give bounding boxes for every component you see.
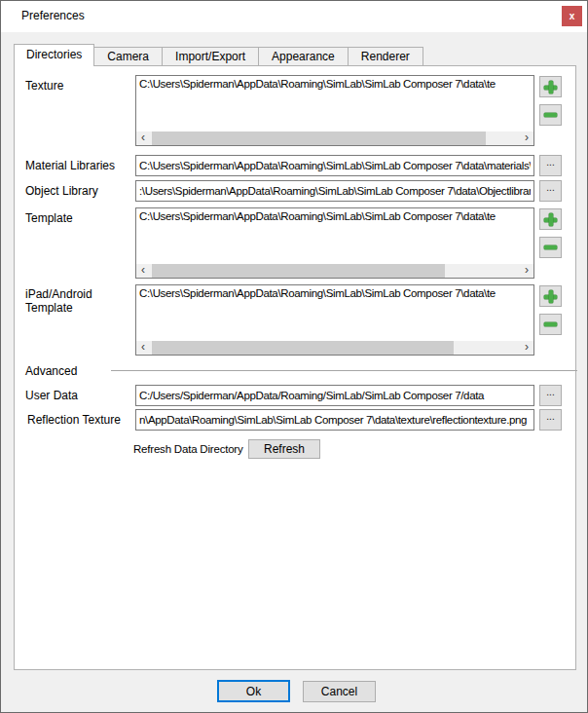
material-libraries-browse-button[interactable]: ...	[539, 155, 562, 176]
scrollbar-thumb[interactable]	[152, 264, 445, 278]
ipad-template-add-button[interactable]	[539, 285, 562, 307]
scroll-left-icon[interactable]: ‹	[136, 131, 150, 145]
window-title: Preferences	[21, 9, 85, 22]
object-library-browse-button[interactable]: ...	[539, 180, 562, 202]
scrollbar-thumb[interactable]	[152, 341, 454, 355]
ipad-android-template-label: iPad/Android Template	[25, 287, 105, 315]
scroll-left-icon[interactable]: ‹	[136, 341, 150, 355]
tab-bar: Directories Camera Import/Export Appeara…	[14, 44, 423, 66]
material-libraries-label: Material Libraries	[25, 159, 115, 172]
close-icon: x	[570, 11, 575, 21]
texture-label: Texture	[25, 79, 63, 93]
texture-horizontal-scrollbar[interactable]: ‹ ›	[136, 131, 533, 145]
texture-directory-list[interactable]: C:\Users\Spiderman\AppData\Roaming\SimLa…	[135, 75, 534, 146]
minus-icon	[544, 322, 557, 326]
tab-camera[interactable]: Camera	[93, 47, 163, 66]
tab-renderer[interactable]: Renderer	[348, 47, 423, 66]
tab-import-export[interactable]: Import/Export	[162, 47, 259, 66]
title-bar[interactable]: Preferences x	[1, 1, 587, 32]
cancel-button[interactable]: Cancel	[303, 681, 376, 702]
texture-path-item[interactable]: C:\Users\Spiderman\AppData\Roaming\SimLa…	[136, 76, 533, 90]
template-add-button[interactable]	[539, 208, 562, 230]
ok-button[interactable]: Ok	[217, 680, 290, 702]
directories-panel: Texture C:\Users\Spiderman\AppData\Roami…	[14, 65, 576, 670]
tab-appearance[interactable]: Appearance	[258, 47, 349, 66]
ipad-template-path-item[interactable]: C:\Users\Spiderman\AppData\Roaming\SimLa…	[136, 285, 533, 299]
refresh-button[interactable]: Refresh	[248, 439, 320, 459]
minus-icon	[544, 245, 557, 249]
plus-icon	[544, 290, 557, 303]
template-remove-button[interactable]	[539, 237, 562, 258]
scroll-left-icon[interactable]: ‹	[136, 264, 150, 278]
scroll-right-icon[interactable]: ›	[520, 264, 533, 278]
scrollbar-thumb[interactable]	[152, 131, 486, 145]
material-libraries-input[interactable]	[135, 155, 534, 176]
reflection-texture-browse-button[interactable]: ...	[539, 409, 562, 431]
tab-directories[interactable]: Directories	[14, 44, 94, 66]
reflection-texture-label: Reflection Texture	[27, 413, 121, 427]
ipad-template-remove-button[interactable]	[539, 314, 562, 335]
template-horizontal-scrollbar[interactable]: ‹ ›	[136, 264, 533, 278]
preferences-dialog: Preferences x Directories Camera Import/…	[0, 0, 588, 713]
object-library-label: Object Library	[25, 184, 98, 198]
texture-add-button[interactable]	[539, 76, 562, 97]
template-label: Template	[25, 211, 73, 225]
ipad-template-horizontal-scrollbar[interactable]: ‹ ›	[136, 341, 533, 355]
minus-icon	[544, 113, 557, 117]
reflection-texture-input[interactable]	[135, 409, 534, 431]
advanced-section-label: Advanced	[25, 364, 77, 378]
template-path-item[interactable]: C:\Users\Spiderman\AppData\Roaming\SimLa…	[136, 208, 533, 222]
user-data-browse-button[interactable]: ...	[539, 385, 562, 406]
object-library-input[interactable]	[135, 180, 534, 202]
scroll-right-icon[interactable]: ›	[520, 131, 533, 145]
ipad-template-directory-list[interactable]: C:\Users\Spiderman\AppData\Roaming\SimLa…	[135, 284, 534, 356]
user-data-input[interactable]	[135, 385, 534, 406]
texture-remove-button[interactable]	[539, 104, 562, 126]
close-button[interactable]: x	[562, 6, 582, 26]
scroll-right-icon[interactable]: ›	[520, 341, 533, 355]
user-data-label: User Data	[25, 389, 78, 402]
advanced-divider	[111, 370, 577, 371]
refresh-data-directory-label: Refresh Data Directory	[133, 443, 243, 455]
template-directory-list[interactable]: C:\Users\Spiderman\AppData\Roaming\SimLa…	[135, 207, 534, 279]
plus-icon	[544, 213, 557, 226]
plus-icon	[544, 81, 557, 94]
